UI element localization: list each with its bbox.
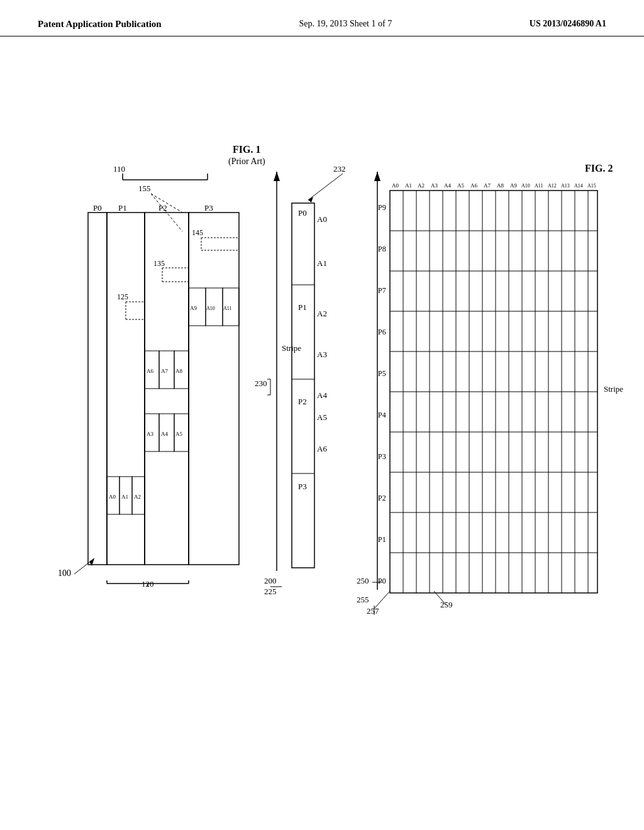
ref-232: 232 (333, 164, 346, 174)
fig1-p0-label: P0 (93, 203, 102, 213)
svg-marker-37 (274, 172, 280, 181)
fig2-mid-p2: P2 (298, 397, 307, 406)
fig1-a3: A3 (147, 431, 153, 437)
fig2-rp7: P7 (378, 286, 386, 295)
col-a5: A5 (457, 182, 464, 189)
ref-257: 257 (367, 606, 379, 616)
col-a6: A6 (470, 182, 477, 189)
svg-line-76 (374, 591, 390, 609)
fig2-rp9: P9 (378, 203, 386, 212)
svg-line-42 (308, 174, 343, 200)
fig1-a8: A8 (175, 368, 182, 374)
fig2-mid-a2: A2 (317, 309, 327, 318)
ref-255: 255 (357, 595, 369, 604)
col-a4: A4 (444, 182, 451, 189)
ref-250: 250 (357, 576, 369, 585)
header-date-sheet: Sep. 19, 2013 Sheet 1 of 7 (299, 19, 392, 29)
fig1-a6: A6 (147, 368, 153, 374)
fig1-sublabel: (Prior Art) (228, 157, 265, 167)
fig1-a7: A7 (161, 368, 168, 374)
ref-225: 225 (264, 587, 277, 596)
col-a1: A1 (405, 182, 412, 189)
svg-marker-49 (374, 172, 380, 181)
ref-155: 155 (138, 184, 151, 193)
fig2-mid-a3: A3 (317, 350, 327, 359)
col-a10: A10 (521, 183, 530, 189)
fig1-a2: A2 (134, 494, 141, 500)
svg-rect-7 (88, 213, 107, 565)
fig1-p1-label: P1 (118, 203, 127, 213)
ref-145: 145 (192, 228, 203, 237)
col-a7: A7 (484, 182, 491, 189)
fig2-label: FIG. 2 (585, 163, 613, 174)
fig2-mid-a4: A4 (317, 390, 327, 400)
fig2-rp8: P8 (378, 245, 386, 253)
col-a9: A9 (510, 182, 517, 189)
fig2-mid-a6: A6 (317, 444, 327, 453)
fig2-rp6: P6 (378, 328, 386, 336)
fig1-p3-label: P3 (204, 203, 213, 213)
ref-125: 125 (117, 292, 128, 301)
col-a3: A3 (431, 182, 438, 189)
fig2-mid-p0: P0 (298, 208, 307, 218)
ref-259: 259 (440, 600, 453, 609)
fig2-rp5: P5 (378, 369, 386, 378)
svg-rect-38 (292, 203, 314, 568)
col-a13: A13 (561, 183, 570, 189)
fig1-a5: A5 (175, 431, 182, 437)
fig2-rp0: P0 (378, 577, 386, 585)
fig2-rp1: P1 (378, 535, 386, 544)
col-a12: A12 (548, 183, 557, 189)
fig1-a0: A0 (109, 494, 116, 500)
fig1-a4: A4 (161, 431, 168, 437)
fig2-mid-p3: P3 (298, 482, 307, 491)
svg-rect-8 (107, 213, 145, 565)
col-a2: A2 (418, 182, 425, 189)
col-a0: A0 (392, 182, 399, 189)
fig2-mid-p1: P1 (298, 302, 307, 312)
svg-rect-25 (189, 213, 239, 565)
fig2-rp3: P3 (378, 452, 386, 461)
col-a11: A11 (535, 183, 543, 189)
diagram-area: FIG. 1 (Prior Art) 100 110 155 P0 P1 125 (0, 36, 644, 791)
fig2-stripe-label: Stripe (604, 384, 623, 394)
ref-230: 230 (255, 379, 267, 388)
header-patent-number: US 2013/0246890 A1 (530, 19, 606, 29)
ref-200: 200 (264, 576, 277, 585)
fig1-a9: A9 (190, 305, 197, 311)
fig2-rp4: P4 (378, 411, 386, 419)
fig2-mid-a5: A5 (317, 412, 327, 422)
col-a14: A14 (574, 183, 583, 189)
header-publication-type: Patent Application Publication (38, 19, 162, 30)
fig1-p2-label: P2 (158, 203, 167, 213)
ref-110: 110 (113, 164, 125, 174)
ref-135: 135 (153, 259, 165, 268)
fig2-mid-a1: A1 (317, 258, 327, 268)
fig1-label: FIG. 1 (233, 144, 260, 155)
col-a15: A15 (587, 183, 596, 189)
fig1-a1: A1 (121, 494, 128, 500)
fig1-a11: A11 (223, 306, 231, 311)
fig2-rp2: P2 (378, 494, 386, 502)
fig1-a10: A10 (206, 306, 215, 311)
page-header: Patent Application Publication Sep. 19, … (0, 0, 644, 36)
ref-100: 100 (58, 568, 71, 578)
fig2-mid-a0: A0 (317, 214, 327, 224)
col-a8: A8 (497, 182, 504, 189)
